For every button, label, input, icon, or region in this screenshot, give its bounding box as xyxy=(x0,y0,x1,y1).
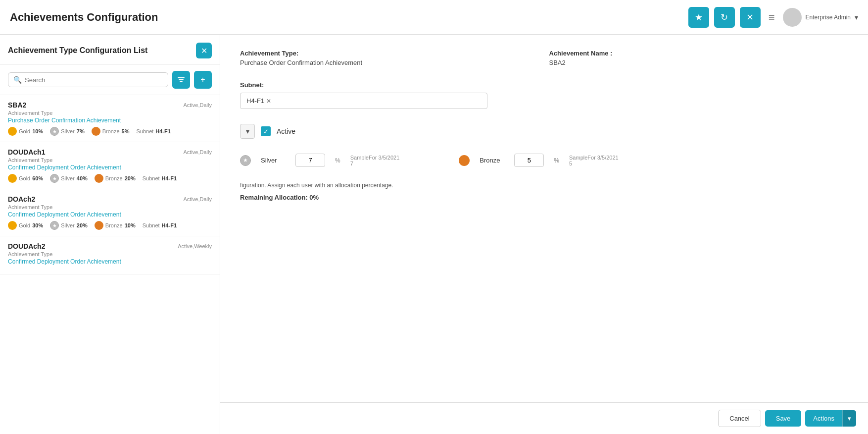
item-status: Active,Weekly xyxy=(178,243,212,249)
item-type-label: Achievement Type xyxy=(8,204,212,210)
gold-icon xyxy=(8,221,17,230)
menu-button[interactable]: ≡ xyxy=(766,8,778,27)
actions-button[interactable]: Actions xyxy=(805,410,842,427)
achievement-type-value: Purchase Order Confirmation Achievement xyxy=(240,59,539,66)
cancel-button[interactable]: Cancel xyxy=(718,410,761,427)
active-chevron-button[interactable]: ▾ xyxy=(240,124,255,139)
gold-icon xyxy=(8,174,17,183)
gold-icon xyxy=(8,127,17,136)
list-item[interactable]: DOUDAch2 Active,Weekly Achievement Type … xyxy=(0,236,220,274)
app-title: Achievements Configuration xyxy=(10,11,158,24)
save-button[interactable]: Save xyxy=(765,410,802,427)
achievement-name-label: Achievement Name : xyxy=(549,50,849,57)
gold-value: 10% xyxy=(32,128,43,134)
gold-value: 30% xyxy=(32,222,43,228)
user-menu[interactable]: Enterprise Admin ▾ xyxy=(783,8,858,27)
bronze-tier-input[interactable] xyxy=(514,154,544,167)
bronze-percent: % xyxy=(554,157,559,164)
bronze-badge-group: Bronze 10% xyxy=(95,221,136,230)
item-type-value: Confirmed Deployment Order Achievement xyxy=(8,211,212,218)
subnet-label: Subnet: xyxy=(240,81,848,89)
silver-icon: ★ xyxy=(50,127,59,136)
item-badges: Gold 60% ★ Silver 40% Bronze 20% Subn xyxy=(8,174,212,183)
bronze-label: Bronze xyxy=(105,222,123,228)
main-container: Achievement Type Configuration List ✕ 🔍 … xyxy=(0,35,868,434)
subnet-badge-group: Subnet H4-F1 xyxy=(143,174,177,183)
item-name: DOUDAch2 xyxy=(8,242,45,250)
gold-label: Gold xyxy=(19,222,30,228)
close-header-button[interactable]: ✕ xyxy=(740,7,761,28)
avatar xyxy=(783,8,802,27)
right-panel: Achievement Type: Purchase Order Confirm… xyxy=(220,35,868,434)
item-name: DOUDAch1 xyxy=(8,148,45,156)
item-status: Active,Daily xyxy=(184,149,212,155)
subnet-tag-close-icon[interactable]: ✕ xyxy=(266,98,271,105)
filter-button[interactable] xyxy=(172,71,190,89)
silver-tier-input[interactable] xyxy=(295,154,325,167)
list-item[interactable]: DOAch2 Active,Daily Achievement Type Con… xyxy=(0,189,220,236)
bronze-icon xyxy=(95,221,103,230)
achievement-name-value: SBA2 xyxy=(549,59,849,66)
actions-dropdown-button[interactable]: ▾ xyxy=(842,410,856,427)
active-label: Active xyxy=(277,127,295,135)
bronze-value: 10% xyxy=(125,222,136,228)
silver-tier-label: Silver xyxy=(261,157,286,164)
list-item[interactable]: DOUDAch1 Active,Daily Achievement Type C… xyxy=(0,142,220,189)
silver-label: Silver xyxy=(61,222,75,228)
silver-sample-group: SampleFor 3/5/2021 7 xyxy=(350,155,400,166)
bronze-label: Bronze xyxy=(105,175,123,181)
silver-badge-group: ★ Silver 7% xyxy=(50,127,84,136)
subnet-value: H4-F1 xyxy=(162,222,177,228)
bronze-icon xyxy=(92,127,100,136)
refresh-button[interactable]: ↻ xyxy=(714,7,735,28)
list-item[interactable]: SBA2 Active,Daily Achievement Type Purch… xyxy=(0,95,220,142)
item-type-value: Purchase Order Confirmation Achievement xyxy=(8,117,212,124)
item-type-label: Achievement Type xyxy=(8,157,212,163)
subnet-input[interactable]: H4-F1 ✕ xyxy=(240,93,487,109)
detail-top-section: Achievement Type: Purchase Order Confirm… xyxy=(240,50,848,66)
gold-badge-group: Gold 30% xyxy=(8,221,43,230)
bronze-tier-icon xyxy=(459,155,470,166)
subnet-badge-group: Subnet H4-F1 xyxy=(136,127,170,136)
bronze-label: Bronze xyxy=(102,128,120,134)
config-note: figuration. Assign each user with an all… xyxy=(240,182,848,189)
sidebar-title: Achievement Type Configuration List xyxy=(8,46,147,55)
bronze-sample-text: SampleFor 3/5/2021 xyxy=(569,155,619,161)
gold-label: Gold xyxy=(19,175,30,181)
silver-tier-row: ★ Silver % SampleFor 3/5/2021 7 Bronze %… xyxy=(240,154,848,167)
item-type-value: Confirmed Deployment Order Achievement xyxy=(8,164,212,171)
item-status: Active,Daily xyxy=(184,102,212,108)
search-input[interactable] xyxy=(25,76,163,84)
silver-label: Silver xyxy=(61,175,75,181)
sidebar: Achievement Type Configuration List ✕ 🔍 … xyxy=(0,35,220,434)
silver-badge-group: ★ Silver 40% xyxy=(50,174,88,183)
active-row: ▾ ✓ Active xyxy=(240,124,848,139)
sidebar-close-button[interactable]: ✕ xyxy=(196,43,212,58)
subnet-tag-text: H4-F1 xyxy=(246,97,264,105)
search-row: 🔍 + xyxy=(0,65,220,95)
subnet-value: H4-F1 xyxy=(155,128,171,134)
silver-value: 20% xyxy=(77,222,88,228)
search-icon: 🔍 xyxy=(13,76,22,84)
detail-content: Achievement Type: Purchase Order Confirm… xyxy=(220,35,868,402)
active-checkbox[interactable]: ✓ xyxy=(261,126,271,136)
subnet-tag: H4-F1 ✕ xyxy=(246,97,271,105)
app-header: Achievements Configuration ★ ↻ ✕ ≡ Enter… xyxy=(0,0,868,35)
star-button[interactable]: ★ xyxy=(688,7,709,28)
item-name: DOAch2 xyxy=(8,195,35,203)
header-right: ★ ↻ ✕ ≡ Enterprise Admin ▾ xyxy=(688,7,858,28)
gold-badge-group: Gold 60% xyxy=(8,174,43,183)
subnet-label: Subnet xyxy=(143,175,160,181)
silver-icon: ★ xyxy=(50,174,59,183)
svg-rect-0 xyxy=(178,77,185,78)
sidebar-list: SBA2 Active,Daily Achievement Type Purch… xyxy=(0,95,220,434)
item-badges: Gold 30% ★ Silver 20% Bronze 10% Subn xyxy=(8,221,212,230)
add-button[interactable]: + xyxy=(194,71,212,89)
bronze-sample2: 5 xyxy=(569,161,619,166)
user-name: Enterprise Admin xyxy=(806,14,851,21)
silver-icon: ★ xyxy=(50,221,59,230)
item-status: Active,Daily xyxy=(184,196,212,202)
bronze-value: 5% xyxy=(122,128,130,134)
item-type-value: Confirmed Deployment Order Achievement xyxy=(8,258,212,265)
silver-sample-text: SampleFor 3/5/2021 xyxy=(350,155,400,161)
